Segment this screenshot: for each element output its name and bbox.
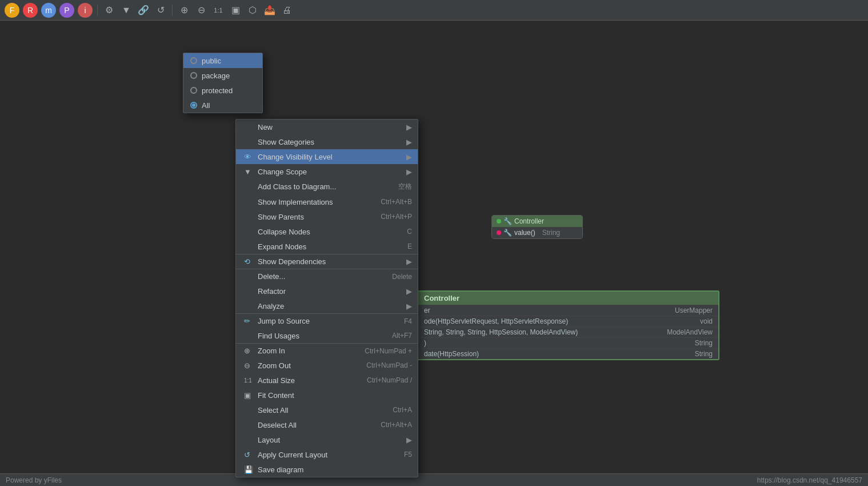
jump-source-shortcut: F4 [404,317,412,325]
submenu-item-protected[interactable]: protected [183,83,262,98]
actual-size-icon[interactable]: 1:1 [211,3,225,17]
submenu-label-public: public [202,57,221,65]
menu-label-refactor: Refactor [258,287,403,296]
show-deps-icon: ⟲ [244,257,254,266]
menu-label-collapse-nodes: Collapse Nodes [258,228,395,236]
controller-card: 🔧 Controller 🔧 value() String [491,215,583,239]
large-controller-title: Controller [418,292,718,305]
zoom-in-shortcut: Ctrl+NumPad + [365,347,412,355]
share-icon[interactable]: ⬡ [246,3,259,17]
zoom-in-icon[interactable]: ⊕ [177,3,191,17]
change-visibility-icon: 👁 [244,153,254,161]
select-all-shortcut: Ctrl+A [393,406,412,414]
menu-item-new[interactable]: New ▶ [236,119,418,134]
m-icon[interactable]: m [41,3,56,18]
menu-label-new: New [258,123,403,132]
radio-public [190,57,197,64]
export-icon[interactable]: 📤 [263,3,277,17]
change-visibility-arrow-icon: ▶ [406,153,412,161]
link-icon[interactable]: 🔗 [137,3,150,17]
controller-card-type: String [542,229,560,237]
menu-item-fit-content[interactable]: ▣ Fit Content [236,388,418,403]
refresh-icon[interactable]: ↺ [154,3,167,17]
controller-icon: 🔧 [503,217,512,225]
zoom-out-menu-icon: ⊖ [244,361,254,370]
new-arrow-icon: ▶ [406,123,412,132]
menu-label-fit-content: Fit Content [258,391,412,400]
menu-item-show-deps[interactable]: ⟲ Show Dependencies ▶ [236,254,418,269]
deselect-all-shortcut: Ctrl+Alt+A [381,421,412,429]
actual-size-shortcut: Ctrl+NumPad / [367,376,412,384]
submenu-item-all[interactable]: All [183,98,262,113]
f-icon[interactable]: F [5,3,19,18]
menu-item-apply-layout[interactable]: ↺ Apply Current Layout F5 [236,447,418,462]
large-controller: Controller er UserMapper ode(HttpServlet… [417,290,719,360]
menu-item-show-impl[interactable]: Show Implementations Ctrl+Alt+B [236,194,418,209]
menu-label-show-deps: Show Dependencies [258,257,403,266]
menu-item-zoom-out[interactable]: ⊖ Zoom Out Ctrl+NumPad - [236,358,418,373]
menu-item-change-visibility[interactable]: 👁 Change Visibility Level ▶ [236,149,418,164]
delete-shortcut: Delete [392,273,412,281]
dot-pink-icon [497,230,501,235]
menu-label-apply-layout: Apply Current Layout [258,451,393,459]
p-icon[interactable]: P [59,3,74,18]
menu-item-find-usages[interactable]: Find Usages Alt+F7 [236,328,418,343]
analyze-arrow-icon: ▶ [406,302,412,310]
submenu-item-package[interactable]: package [183,68,262,83]
large-controller-row-2: String, String, String, HttpSession, Mod… [418,326,718,337]
menu-item-collapse-nodes[interactable]: Collapse Nodes C [236,224,418,239]
menu-label-zoom-in: Zoom In [258,346,353,355]
print-icon[interactable]: 🖨 [280,3,294,17]
menu-item-jump-to-source[interactable]: ✏ Jump to Source F4 [236,313,418,328]
menu-item-show-parents[interactable]: Show Parents Ctrl+Alt+P [236,209,418,224]
menu-label-select-all: Select All [258,406,381,415]
r-icon[interactable]: R [23,3,38,18]
menu-item-expand-nodes[interactable]: Expand Nodes E [236,239,418,254]
menu-item-deselect-all[interactable]: Deselect All Ctrl+Alt+A [236,417,418,432]
menu-label-delete: Delete... [258,272,381,281]
radio-protected [190,87,197,94]
menu-item-delete[interactable]: Delete... Delete [236,269,418,284]
submenu-label-protected: protected [202,86,233,95]
menu-item-zoom-in[interactable]: ⊕ Zoom In Ctrl+NumPad + [236,343,418,358]
menu-item-refactor[interactable]: Refactor ▶ [236,284,418,298]
status-left: Powered by yFiles [6,476,62,484]
change-scope-icon: ▼ [244,168,254,176]
menu-item-add-class[interactable]: Add Class to Diagram... 空格 [236,179,418,194]
zoom-out-icon[interactable]: ⊖ [194,3,208,17]
menu-label-change-scope: Change Scope [258,168,403,176]
show-deps-arrow-icon: ▶ [406,257,412,266]
apply-layout-icon: ↺ [244,451,254,459]
fit-icon[interactable]: ▣ [229,3,242,17]
large-controller-row-3: ) String [418,337,718,348]
dot-green-icon [497,219,501,224]
menu-item-show-categories[interactable]: Show Categories ▶ [236,134,418,149]
controller-card-title-label: Controller [514,217,544,225]
menu-item-actual-size[interactable]: 1:1 Actual Size Ctrl+NumPad / [236,373,418,388]
menu-item-analyze[interactable]: Analyze ▶ [236,298,418,313]
filter2-icon[interactable]: ▼ [119,3,133,17]
show-parents-shortcut: Ctrl+Alt+P [381,213,412,221]
radio-package [190,72,197,79]
submenu-visibility: public package protected All [183,53,263,113]
menu-item-select-all[interactable]: Select All Ctrl+A [236,403,418,417]
menu-item-layout[interactable]: Layout ▶ [236,432,418,447]
menu-label-layout: Layout [258,436,403,444]
i-icon[interactable]: i [78,3,93,18]
layout-arrow-icon: ▶ [406,436,412,444]
add-class-shortcut: 空格 [398,182,412,192]
separator-2 [172,5,173,16]
menu-label-expand-nodes: Expand Nodes [258,242,396,251]
filter-icon[interactable]: ⚙ [102,3,116,17]
menu-item-change-scope[interactable]: ▼ Change Scope ▶ [236,164,418,179]
show-impl-shortcut: Ctrl+Alt+B [381,198,412,206]
controller-card-method-icon: 🔧 [503,229,512,237]
jump-source-icon: ✏ [244,317,254,325]
submenu-item-public[interactable]: public [183,53,262,68]
zoom-out-shortcut: Ctrl+NumPad - [366,361,412,369]
actual-size-menu-icon: 1:1 [244,377,254,384]
apply-layout-shortcut: F5 [404,451,412,459]
menu-label-save-diagram: Save diagram [258,465,412,474]
submenu-label-all: All [202,101,210,110]
menu-item-save-diagram[interactable]: 💾 Save diagram [236,462,418,477]
